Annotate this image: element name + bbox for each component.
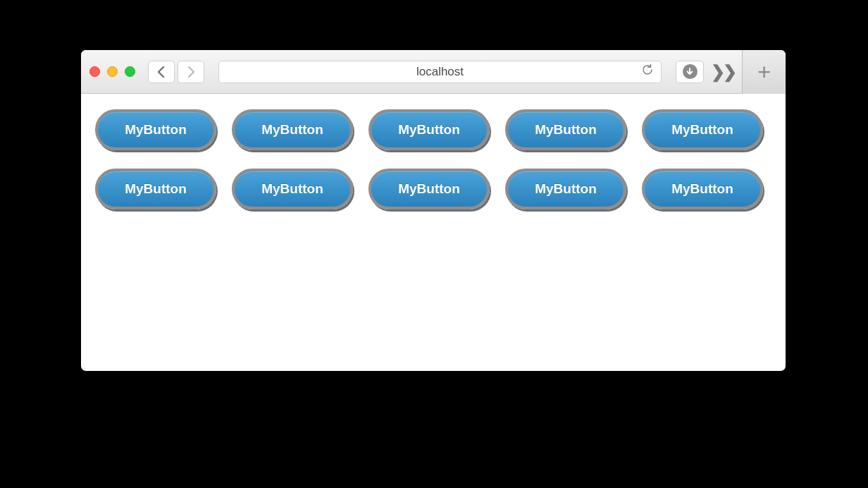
toolbar-right: ❯❯ — [676, 61, 735, 83]
button-row: MyButton MyButton MyButton MyButton MyBu… — [95, 109, 771, 150]
my-button[interactable]: MyButton — [505, 109, 626, 150]
my-button-label: MyButton — [535, 181, 597, 197]
new-tab-button[interactable]: + — [742, 50, 786, 94]
my-button[interactable]: MyButton — [95, 169, 216, 209]
downloads-button[interactable] — [676, 61, 704, 83]
nav-buttons — [147, 61, 204, 83]
my-button[interactable]: MyButton — [368, 169, 490, 209]
my-button[interactable]: MyButton — [642, 169, 763, 209]
window-controls — [89, 66, 135, 77]
reload-icon[interactable] — [641, 63, 654, 80]
my-button-label: MyButton — [398, 181, 460, 197]
my-button-label: MyButton — [261, 122, 323, 138]
address-text: localhost — [416, 65, 464, 79]
my-button-label: MyButton — [125, 122, 187, 138]
browser-titlebar: localhost ❯❯ + — [81, 50, 786, 94]
page-content: MyButton MyButton MyButton MyButton MyBu… — [81, 94, 786, 243]
chevron-left-icon — [156, 66, 166, 78]
window-minimize-button[interactable] — [107, 66, 118, 77]
window-close-button[interactable] — [89, 66, 100, 77]
download-arrow-icon — [683, 64, 698, 79]
button-row: MyButton MyButton MyButton MyButton MyBu… — [95, 169, 771, 209]
back-button[interactable] — [148, 61, 175, 83]
my-button-label: MyButton — [125, 181, 187, 197]
my-button-label: MyButton — [671, 181, 733, 197]
chevron-double-right-icon: ❯❯ — [711, 62, 735, 81]
window-zoom-button[interactable] — [125, 66, 135, 77]
my-button[interactable]: MyButton — [642, 109, 763, 150]
forward-button[interactable] — [178, 61, 204, 83]
my-button-label: MyButton — [535, 122, 597, 138]
my-button[interactable]: MyButton — [505, 169, 626, 209]
my-button-label: MyButton — [398, 122, 460, 138]
chevron-right-icon — [186, 66, 196, 78]
plus-icon: + — [757, 59, 771, 85]
my-button[interactable]: MyButton — [232, 169, 353, 209]
my-button[interactable]: MyButton — [368, 109, 490, 150]
my-button[interactable]: MyButton — [232, 109, 353, 150]
my-button-label: MyButton — [671, 122, 733, 138]
my-button-label: MyButton — [261, 181, 323, 197]
tabs-overflow-button[interactable]: ❯❯ — [711, 62, 735, 82]
browser-window: localhost ❯❯ + — [81, 50, 786, 371]
my-button[interactable]: MyButton — [95, 109, 216, 150]
address-bar[interactable]: localhost — [218, 61, 662, 83]
